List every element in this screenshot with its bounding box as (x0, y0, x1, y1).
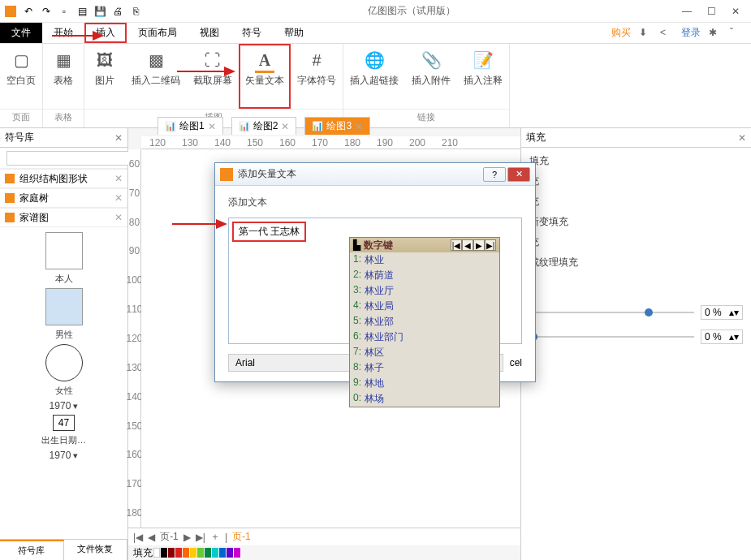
tab-close-icon[interactable]: ✕ (281, 121, 289, 132)
ime-candidate[interactable]: 9:林地 (350, 376, 499, 391)
tab-file-recovery[interactable]: 文件恢复 (64, 540, 128, 560)
shape-male[interactable] (45, 288, 83, 325)
annotation-arrow-icon (172, 214, 229, 234)
cancel-button[interactable]: cel (510, 357, 522, 368)
blank-page-button[interactable]: ▢空白页 (0, 44, 42, 109)
share-icon[interactable]: < (660, 27, 673, 40)
font-symbol-button[interactable]: #字体符号 (291, 44, 343, 109)
app-title: 亿图图示（试用版） (143, 4, 680, 18)
cat-close-icon[interactable]: ✕ (114, 212, 123, 223)
maximize-button[interactable]: ☐ (704, 4, 719, 19)
shape-self[interactable] (45, 232, 83, 269)
ime-next-icon[interactable]: ▶ (473, 239, 485, 251)
ime-candidate[interactable]: 5:林业部 (350, 314, 499, 330)
swatch[interactable] (190, 548, 196, 558)
swatch[interactable] (227, 548, 233, 558)
open-icon[interactable]: ▤ (75, 4, 89, 19)
ime-prev-icon[interactable]: ◀ (462, 239, 473, 251)
menu-layout[interactable]: 页面布局 (127, 23, 188, 43)
ime-candidate[interactable]: 1:林业 (350, 252, 499, 268)
login-link[interactable]: 登录 (681, 26, 701, 40)
category-icon (5, 193, 15, 203)
buy-link[interactable]: 购买 (611, 26, 631, 40)
cat-close-icon[interactable]: ✕ (114, 173, 123, 184)
image-button[interactable]: 🖼图片 (84, 44, 125, 109)
nav-first-icon[interactable]: |◀ (133, 532, 143, 543)
add-page-icon[interactable]: ＋ (210, 530, 220, 544)
tab-close-icon[interactable]: ✕ (355, 121, 363, 132)
close-button[interactable]: ✕ (728, 4, 743, 19)
age-box[interactable]: 47 (53, 415, 75, 431)
menu-file[interactable]: 文件 (0, 23, 42, 43)
swatch[interactable] (197, 548, 204, 558)
download-icon[interactable]: ⬇ (639, 27, 652, 40)
ime-last-icon[interactable]: ▶| (485, 239, 496, 251)
transparency-slider[interactable] (529, 336, 694, 338)
swatch[interactable] (205, 548, 211, 558)
ime-candidate[interactable]: 2:林荫道 (350, 268, 499, 283)
hyperlink-button[interactable]: 🌐插入超链接 (343, 44, 405, 109)
ime-candidate[interactable]: 3:林业厅 (350, 283, 499, 299)
shape-female[interactable] (45, 344, 83, 381)
opacity-value[interactable]: 0 %▴▾ (701, 305, 743, 320)
doc-tab-3[interactable]: 📊 绘图3 ✕ (304, 117, 370, 135)
transparency-value[interactable]: 0 %▴▾ (701, 330, 743, 344)
search-input[interactable] (6, 151, 136, 166)
swatch-none[interactable] (153, 548, 160, 558)
doc-tab-1[interactable]: 📊 绘图1 ✕ (158, 117, 223, 135)
table-button[interactable]: ▦表格 (43, 44, 84, 109)
fill-option[interactable]: 填充 (521, 151, 751, 171)
ime-candidate[interactable]: 0:林场 (350, 391, 499, 407)
svg-marker-6 (216, 219, 227, 229)
opacity-slider[interactable] (529, 312, 694, 313)
swatch[interactable] (219, 548, 226, 558)
cat-close-icon[interactable]: ✕ (114, 192, 123, 204)
category-genealogy[interactable]: 家谱图✕ (0, 208, 127, 227)
app-logo-icon (3, 4, 18, 19)
fill-option[interactable]: 充 (521, 232, 751, 252)
category-orgchart[interactable]: 组织结构图形状✕ (0, 169, 127, 188)
print-icon[interactable]: 🖨 (110, 4, 125, 19)
tab-symbol-library[interactable]: 符号库 (0, 540, 64, 560)
doc-tab-2[interactable]: 📊 绘图2 ✕ (231, 117, 297, 135)
fill-option[interactable]: 或纹理填充 (521, 252, 751, 273)
swatch[interactable] (168, 548, 175, 558)
minimize-button[interactable]: — (680, 4, 694, 19)
new-icon[interactable]: ▫ (57, 4, 71, 19)
fill-option[interactable]: 充 (521, 171, 751, 192)
tab-close-icon[interactable]: ✕ (208, 121, 216, 132)
ime-candidate[interactable]: 7:林区 (350, 345, 499, 360)
category-familytree[interactable]: 家庭树✕ (0, 188, 127, 208)
menu-help[interactable]: 帮助 (273, 23, 315, 43)
dialog-close-button[interactable]: ✕ (507, 167, 530, 182)
redo-icon[interactable]: ↷ (39, 4, 54, 19)
menu-symbol[interactable]: 符号 (231, 23, 273, 43)
fill-option[interactable]: 充 (521, 192, 751, 212)
swatch[interactable] (175, 548, 182, 558)
collapse-ribbon-icon[interactable]: ˇ (730, 27, 743, 40)
nav-last-icon[interactable]: ▶| (196, 532, 205, 543)
page-tab[interactable]: 页-1 (160, 530, 179, 544)
nav-next-icon[interactable]: ▶ (183, 532, 191, 543)
nav-prev-icon[interactable]: ◀ (148, 532, 155, 543)
save-icon[interactable]: 💾 (93, 4, 107, 19)
vector-text-button[interactable]: A矢量文本 (239, 44, 291, 109)
ime-first-icon[interactable]: |◀ (451, 239, 462, 251)
panel-close-icon[interactable]: ✕ (738, 132, 746, 144)
swatch[interactable] (212, 548, 218, 558)
dialog-help-button[interactable]: ? (483, 167, 506, 182)
swatch[interactable] (234, 548, 240, 558)
export-icon[interactable]: ⎘ (128, 4, 143, 19)
annot-button[interactable]: 📝插入注释 (457, 44, 509, 109)
ime-candidate[interactable]: 8:林子 (350, 360, 499, 376)
undo-icon[interactable]: ↶ (21, 4, 36, 19)
attach-button[interactable]: 📎插入附件 (405, 44, 457, 109)
panel-close-icon[interactable]: ✕ (114, 132, 123, 144)
settings-icon[interactable]: ✱ (709, 27, 722, 40)
fill-option[interactable]: 新变填充 (521, 212, 751, 232)
menu-view[interactable]: 视图 (188, 23, 231, 43)
swatch[interactable] (161, 548, 167, 558)
ime-candidate[interactable]: 4:林业局 (350, 299, 499, 314)
swatch[interactable] (183, 548, 189, 558)
ime-candidate[interactable]: 6:林业部门 (350, 330, 499, 345)
